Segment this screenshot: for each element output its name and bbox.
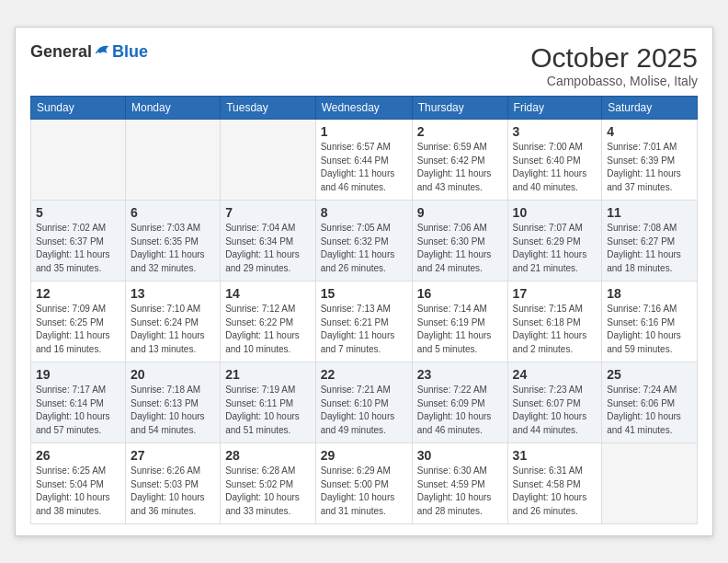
- day-info: Sunrise: 6:28 AM Sunset: 5:02 PM Dayligh…: [225, 465, 310, 518]
- table-cell: 25Sunrise: 7:24 AM Sunset: 6:06 PM Dayli…: [602, 362, 698, 443]
- table-cell: 3Sunrise: 7:00 AM Sunset: 6:40 PM Daylig…: [507, 120, 602, 201]
- table-cell: 2Sunrise: 6:59 AM Sunset: 6:42 PM Daylig…: [412, 120, 507, 201]
- table-cell: 14Sunrise: 7:12 AM Sunset: 6:22 PM Dayli…: [221, 282, 315, 362]
- day-number: 20: [131, 367, 215, 382]
- day-info: Sunrise: 7:23 AM Sunset: 6:07 PM Dayligh…: [513, 384, 597, 437]
- day-number: 19: [36, 367, 120, 382]
- table-cell: 1Sunrise: 6:57 AM Sunset: 6:44 PM Daylig…: [315, 120, 412, 201]
- table-cell: 13Sunrise: 7:10 AM Sunset: 6:24 PM Dayli…: [126, 282, 221, 362]
- day-info: Sunrise: 6:59 AM Sunset: 6:42 PM Dayligh…: [417, 141, 503, 194]
- day-number: 16: [417, 286, 503, 301]
- day-number: 6: [131, 205, 215, 220]
- table-cell: 9Sunrise: 7:06 AM Sunset: 6:30 PM Daylig…: [412, 201, 507, 282]
- day-info: Sunrise: 6:29 AM Sunset: 5:00 PM Dayligh…: [321, 465, 407, 518]
- col-saturday: Saturday: [602, 97, 698, 120]
- day-number: 26: [36, 448, 120, 463]
- table-cell: 10Sunrise: 7:07 AM Sunset: 6:29 PM Dayli…: [507, 201, 602, 282]
- month-title: October 2025: [530, 42, 698, 74]
- day-number: 11: [607, 205, 692, 220]
- table-cell: 5Sunrise: 7:02 AM Sunset: 6:37 PM Daylig…: [31, 201, 126, 282]
- day-number: 15: [321, 286, 407, 301]
- day-number: 8: [321, 205, 407, 220]
- col-sunday: Sunday: [31, 97, 126, 120]
- day-info: Sunrise: 7:06 AM Sunset: 6:30 PM Dayligh…: [417, 222, 503, 275]
- day-number: 12: [36, 286, 120, 301]
- day-info: Sunrise: 6:26 AM Sunset: 5:03 PM Dayligh…: [131, 465, 215, 518]
- week-row-3: 12Sunrise: 7:09 AM Sunset: 6:25 PM Dayli…: [31, 282, 698, 362]
- table-cell: 26Sunrise: 6:25 AM Sunset: 5:04 PM Dayli…: [31, 443, 126, 524]
- table-cell: 21Sunrise: 7:19 AM Sunset: 6:11 PM Dayli…: [221, 362, 315, 443]
- day-number: 10: [513, 205, 597, 220]
- table-cell: 17Sunrise: 7:15 AM Sunset: 6:18 PM Dayli…: [507, 282, 602, 362]
- week-row-4: 19Sunrise: 7:17 AM Sunset: 6:14 PM Dayli…: [31, 362, 698, 443]
- table-cell: 22Sunrise: 7:21 AM Sunset: 6:10 PM Dayli…: [315, 362, 412, 443]
- day-number: 2: [417, 124, 503, 139]
- day-number: 24: [513, 367, 597, 382]
- table-cell: 7Sunrise: 7:04 AM Sunset: 6:34 PM Daylig…: [221, 201, 315, 282]
- col-thursday: Thursday: [412, 97, 507, 120]
- day-info: Sunrise: 7:19 AM Sunset: 6:11 PM Dayligh…: [225, 384, 310, 437]
- day-info: Sunrise: 7:12 AM Sunset: 6:22 PM Dayligh…: [225, 303, 310, 356]
- day-info: Sunrise: 7:13 AM Sunset: 6:21 PM Dayligh…: [321, 303, 407, 356]
- day-info: Sunrise: 7:09 AM Sunset: 6:25 PM Dayligh…: [36, 303, 120, 356]
- col-friday: Friday: [507, 97, 602, 120]
- table-cell: 4Sunrise: 7:01 AM Sunset: 6:39 PM Daylig…: [602, 120, 698, 201]
- day-info: Sunrise: 7:00 AM Sunset: 6:40 PM Dayligh…: [513, 141, 597, 194]
- title-area: October 2025 Campobasso, Molise, Italy: [530, 42, 698, 88]
- day-info: Sunrise: 7:05 AM Sunset: 6:32 PM Dayligh…: [321, 222, 407, 275]
- table-cell: 19Sunrise: 7:17 AM Sunset: 6:14 PM Dayli…: [31, 362, 126, 443]
- day-number: 27: [131, 448, 215, 463]
- day-number: 5: [36, 205, 120, 220]
- table-cell: 12Sunrise: 7:09 AM Sunset: 6:25 PM Dayli…: [31, 282, 126, 362]
- day-info: Sunrise: 7:04 AM Sunset: 6:34 PM Dayligh…: [225, 222, 310, 275]
- day-number: 18: [607, 286, 692, 301]
- day-number: 13: [131, 286, 215, 301]
- day-number: 7: [225, 205, 310, 220]
- header-area: General Blue October 2025 Campobasso, Mo…: [30, 42, 698, 88]
- table-cell: 28Sunrise: 6:28 AM Sunset: 5:02 PM Dayli…: [221, 443, 315, 524]
- table-cell: 8Sunrise: 7:05 AM Sunset: 6:32 PM Daylig…: [315, 201, 412, 282]
- logo-general: General: [30, 42, 92, 61]
- logo: General Blue: [30, 42, 148, 62]
- table-cell: 18Sunrise: 7:16 AM Sunset: 6:16 PM Dayli…: [602, 282, 698, 362]
- subtitle: Campobasso, Molise, Italy: [530, 74, 698, 88]
- day-info: Sunrise: 7:21 AM Sunset: 6:10 PM Dayligh…: [321, 384, 407, 437]
- day-info: Sunrise: 7:10 AM Sunset: 6:24 PM Dayligh…: [131, 303, 215, 356]
- day-info: Sunrise: 6:30 AM Sunset: 4:59 PM Dayligh…: [417, 465, 503, 518]
- col-monday: Monday: [126, 97, 221, 120]
- table-cell: 11Sunrise: 7:08 AM Sunset: 6:27 PM Dayli…: [602, 201, 698, 282]
- table-cell: 27Sunrise: 6:26 AM Sunset: 5:03 PM Dayli…: [126, 443, 221, 524]
- day-number: 23: [417, 367, 503, 382]
- day-info: Sunrise: 7:02 AM Sunset: 6:37 PM Dayligh…: [36, 222, 120, 275]
- day-info: Sunrise: 7:07 AM Sunset: 6:29 PM Dayligh…: [513, 222, 597, 275]
- day-info: Sunrise: 7:24 AM Sunset: 6:06 PM Dayligh…: [607, 384, 692, 437]
- week-row-2: 5Sunrise: 7:02 AM Sunset: 6:37 PM Daylig…: [31, 201, 698, 282]
- logo-blue: Blue: [112, 42, 148, 62]
- day-info: Sunrise: 7:17 AM Sunset: 6:14 PM Dayligh…: [36, 384, 120, 437]
- calendar-grid: Sunday Monday Tuesday Wednesday Thursday…: [30, 96, 698, 524]
- logo-general-text: General: [30, 42, 110, 62]
- day-info: Sunrise: 6:31 AM Sunset: 4:58 PM Dayligh…: [513, 465, 597, 518]
- header-row: Sunday Monday Tuesday Wednesday Thursday…: [31, 97, 698, 120]
- day-info: Sunrise: 7:03 AM Sunset: 6:35 PM Dayligh…: [131, 222, 215, 275]
- table-cell: 30Sunrise: 6:30 AM Sunset: 4:59 PM Dayli…: [412, 443, 507, 524]
- calendar-container: General Blue October 2025 Campobasso, Mo…: [15, 27, 713, 536]
- day-number: 28: [225, 448, 310, 463]
- day-number: 14: [225, 286, 310, 301]
- logo-bird-icon: [94, 42, 110, 57]
- table-cell: 23Sunrise: 7:22 AM Sunset: 6:09 PM Dayli…: [412, 362, 507, 443]
- table-cell: [602, 443, 698, 524]
- table-cell: 29Sunrise: 6:29 AM Sunset: 5:00 PM Dayli…: [315, 443, 412, 524]
- day-number: 22: [321, 367, 407, 382]
- day-info: Sunrise: 7:16 AM Sunset: 6:16 PM Dayligh…: [607, 303, 692, 356]
- table-cell: 15Sunrise: 7:13 AM Sunset: 6:21 PM Dayli…: [315, 282, 412, 362]
- day-info: Sunrise: 7:08 AM Sunset: 6:27 PM Dayligh…: [607, 222, 692, 275]
- week-row-1: 1Sunrise: 6:57 AM Sunset: 6:44 PM Daylig…: [31, 120, 698, 201]
- table-cell: 16Sunrise: 7:14 AM Sunset: 6:19 PM Dayli…: [412, 282, 507, 362]
- day-number: 31: [513, 448, 597, 463]
- day-number: 21: [225, 367, 310, 382]
- day-info: Sunrise: 7:01 AM Sunset: 6:39 PM Dayligh…: [607, 141, 692, 194]
- table-cell: 20Sunrise: 7:18 AM Sunset: 6:13 PM Dayli…: [126, 362, 221, 443]
- logo-area: General Blue: [30, 42, 148, 62]
- day-number: 1: [321, 124, 407, 139]
